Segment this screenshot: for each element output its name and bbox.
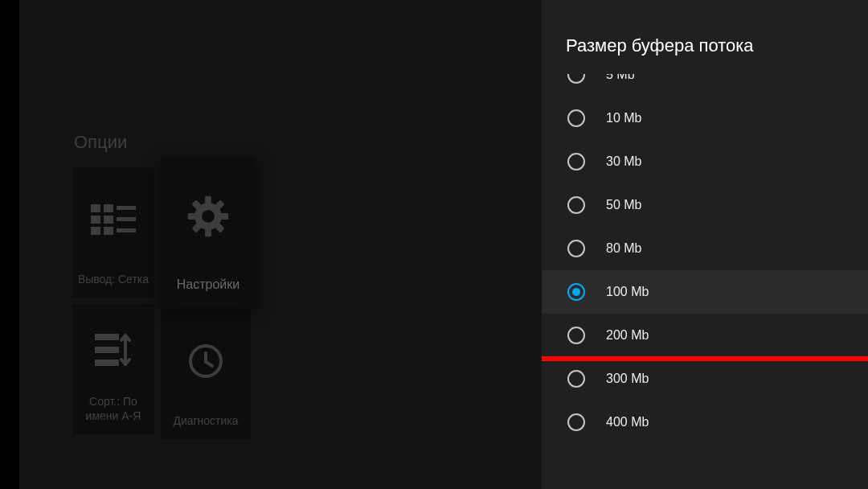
buffer-option[interactable]: 30 Mb xyxy=(542,140,868,183)
buffer-option-label: 80 Mb xyxy=(606,241,641,256)
radio-icon xyxy=(567,240,585,257)
buffer-option-selected[interactable]: 100 Mb xyxy=(542,270,868,314)
buffer-option[interactable]: 5 Mb xyxy=(542,74,868,97)
buffer-option-label: 100 Mb xyxy=(606,285,649,299)
buffer-option[interactable]: 10 Mb xyxy=(542,97,868,140)
buffer-option-label: 200 Mb xyxy=(606,328,649,343)
buffer-option[interactable]: 400 Mb xyxy=(542,401,868,444)
buffer-option-label: 50 Mb xyxy=(606,198,641,212)
app-root: Опции Вывод: Сетка xyxy=(0,0,868,489)
radio-icon-checked xyxy=(567,283,585,301)
radio-icon xyxy=(567,74,585,84)
buffer-size-panel: Размер буфера потока 5 Mb 10 Mb 30 Mb xyxy=(542,0,868,489)
buffer-option[interactable]: 200 Mb xyxy=(542,314,868,357)
buffer-option[interactable]: 80 Mb xyxy=(542,227,868,270)
radio-icon xyxy=(567,196,585,214)
radio-icon xyxy=(567,153,585,171)
panel-title: Размер буфера потока xyxy=(542,0,868,74)
buffer-size-list: 5 Mb 10 Mb 30 Mb 50 Mb 80 Mb 100 Mb xyxy=(542,74,868,489)
buffer-option-label: 400 Mb xyxy=(606,415,649,429)
radio-icon xyxy=(567,109,585,127)
buffer-option-label: 5 Mb xyxy=(606,74,635,82)
buffer-option-label: 300 Mb xyxy=(606,372,649,386)
buffer-option[interactable]: 50 Mb xyxy=(542,183,868,227)
radio-icon xyxy=(567,413,585,431)
buffer-option-label: 30 Mb xyxy=(606,154,641,169)
radio-icon xyxy=(567,370,585,388)
radio-icon xyxy=(567,327,585,344)
buffer-option[interactable]: 300 Mb xyxy=(542,357,868,401)
highlight-underline xyxy=(542,356,868,361)
buffer-option-label: 10 Mb xyxy=(606,111,641,125)
